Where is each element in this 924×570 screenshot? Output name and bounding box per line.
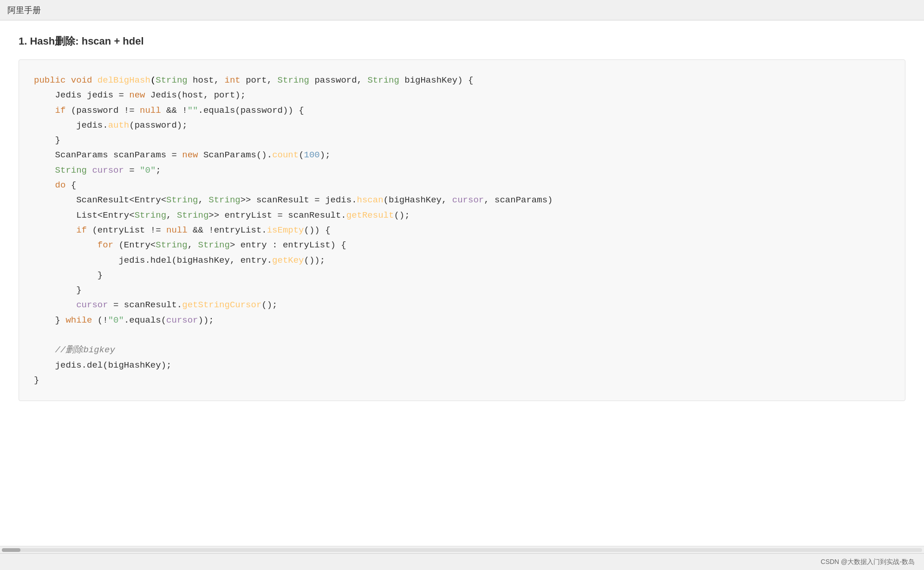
line10-plain4: (); (394, 210, 410, 220)
line10-plain2: , (166, 210, 177, 220)
var-cursor-3: cursor (76, 300, 108, 310)
footer-text: CSDN @大数据入门到实战-数岛 (821, 558, 915, 566)
line3-plain1: (password != (65, 105, 140, 116)
keyword-public: public (34, 75, 65, 85)
line3-plain2: && ! (161, 105, 188, 116)
var-cursor-1: cursor (92, 165, 124, 175)
keyword-null-2: null (166, 225, 188, 235)
code-line-19: //删除bigkey (34, 343, 890, 357)
line3-plain3: .equals(password)) { (198, 105, 304, 116)
keyword-int: int (225, 75, 241, 85)
keyword-do: do (55, 180, 66, 190)
code-line-9: ScanResult<Entry<String, String>> scanRe… (34, 193, 890, 207)
param-password: password, (309, 75, 367, 85)
horizontal-scrollbar[interactable] (0, 546, 924, 553)
method-getStringCursor: getStringCursor (182, 300, 261, 310)
method-count: count (272, 150, 299, 160)
method-hscan: hscan (357, 195, 384, 205)
type-string-3: String (367, 75, 399, 85)
keyword-for: for (98, 240, 113, 250)
line7-plain2: = (124, 165, 140, 175)
param-port: port, (241, 75, 278, 85)
line13-plain2: ()); (304, 255, 325, 266)
line17-plain1: } (55, 315, 66, 325)
method-auth: auth (108, 120, 130, 130)
type-string-cursor: String (55, 165, 87, 175)
comment-delete-bigkey: //删除bigkey (55, 345, 115, 355)
line9-plain4: (bigHashKey, (384, 195, 452, 205)
line7-plain1 (87, 165, 92, 175)
code-line-12: for (Entry<String, String> entry : entry… (34, 238, 890, 253)
code-line-4: jedis.auth(password); (34, 118, 890, 133)
code-line-2: Jedis jedis = new Jedis(host, port); (34, 88, 890, 103)
bottom-bar: CSDN @大数据入门到实战-数岛 (0, 553, 924, 570)
code-line-17: } while (!"0".equals(cursor)); (34, 313, 890, 328)
code-line-5: } (34, 133, 890, 148)
line20-plain: jedis.del(bigHashKey); (55, 360, 172, 370)
code-line-6: ScanParams scanParams = new ScanParams()… (34, 148, 890, 162)
scroll-track (2, 548, 922, 552)
scroll-thumb[interactable] (2, 548, 20, 552)
line2-plain: Jedis jedis = (55, 90, 130, 100)
type-string-5: String (208, 195, 240, 205)
window-title: 阿里手册 (7, 5, 41, 16)
keyword-if-2: if (76, 225, 87, 235)
line16-plain2: (); (261, 300, 277, 310)
line6-plain3: ( (299, 150, 304, 160)
code-line-20: jedis.del(bigHashKey); (34, 358, 890, 373)
line10-plain1: List<Entry< (76, 210, 134, 220)
method-getResult: getResult (346, 210, 394, 220)
var-cursor-4: cursor (166, 315, 198, 325)
line15-brace: } (76, 285, 81, 295)
code-line-18 (34, 328, 890, 343)
code-line-1: public void delBigHash(String host, int … (34, 73, 890, 88)
type-string-8: String (156, 240, 187, 250)
code-line-7: String cursor = "0"; (34, 163, 890, 178)
method-delBigHash: delBigHash (98, 75, 150, 85)
keyword-void: void (71, 75, 92, 85)
code-line-15: } (34, 283, 890, 298)
line9-plain5: , scanParams) (484, 195, 553, 205)
code-block: public void delBigHash(String host, int … (19, 59, 905, 401)
keyword-null-1: null (140, 105, 161, 116)
line4-plain2: (password); (129, 120, 187, 130)
line10-plain3: >> entryList = scanResult. (208, 210, 346, 220)
code-line-16: cursor = scanResult.getStringCursor(); (34, 298, 890, 312)
line17-plain4: )); (198, 315, 214, 325)
keyword-if-1: if (55, 105, 66, 116)
line7-plain3: ; (156, 165, 161, 175)
code-line-13: jedis.hdel(bigHashKey, entry.getKey()); (34, 253, 890, 268)
line5-brace: } (55, 135, 60, 145)
code-line-10: List<Entry<String, String>> entryList = … (34, 208, 890, 223)
method-isEmpty: isEmpty (267, 225, 304, 235)
line6-plain2: ScanParams(). (198, 150, 272, 160)
line11-plain3: ()) { (304, 225, 331, 235)
line9-plain3: >> scanResult = jedis. (241, 195, 357, 205)
line17-plain3: .equals( (124, 315, 166, 325)
type-string-4: String (166, 195, 198, 205)
line4-plain: jedis. (76, 120, 108, 130)
code-line-3: if (password != null && !"".equals(passw… (34, 103, 890, 118)
method-getKey: getKey (272, 255, 304, 266)
param-host: host, (193, 75, 224, 85)
line8-plain: { (65, 180, 76, 190)
type-string-2: String (278, 75, 309, 85)
line16-plain1: = scanResult. (108, 300, 182, 310)
keyword-new-1: new (129, 90, 145, 100)
code-line-11: if (entryList != null && !entryList.isEm… (34, 223, 890, 238)
line11-plain1: (entryList != (87, 225, 166, 235)
param-bigHashKey: bigHashKey) { (399, 75, 474, 85)
code-line-21: } (34, 373, 890, 388)
var-cursor-2: cursor (452, 195, 484, 205)
code-line-14: } (34, 268, 890, 283)
string-empty: "" (188, 105, 198, 116)
line6-plain1: ScanParams scanParams = (55, 150, 182, 160)
line2-plain2: Jedis(host, port); (145, 90, 246, 100)
line21-brace: } (34, 375, 39, 385)
line12-plain1: (Entry< (113, 240, 156, 250)
string-zero-2: "0" (108, 315, 124, 325)
line13-plain1: jedis.hdel(bigHashKey, entry. (118, 255, 272, 266)
string-zero-1: "0" (140, 165, 156, 175)
content-area[interactable]: 1. Hash删除: hscan + hdel public void delB… (0, 20, 924, 546)
keyword-new-2: new (182, 150, 198, 160)
